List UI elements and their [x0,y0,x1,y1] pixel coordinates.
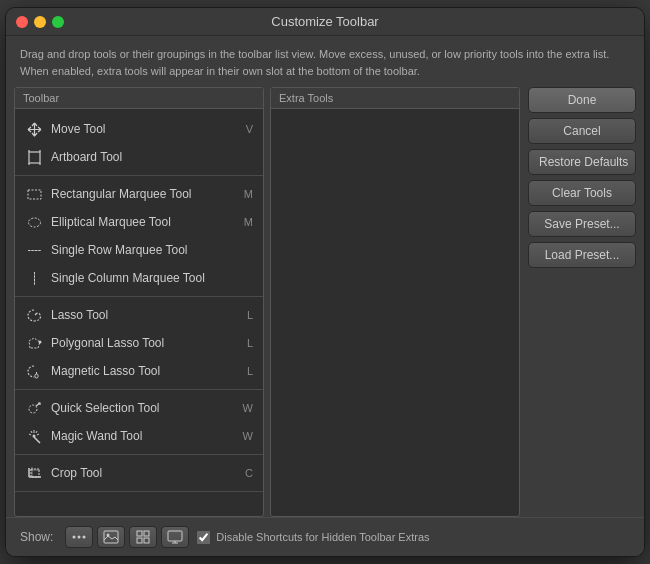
panels-area: Toolbar Move Tool V [14,87,520,517]
lasso-label: Lasso Tool [51,308,243,322]
tool-item-single-row[interactable]: Single Row Marquee Tool [15,236,263,264]
crop-label: Crop Tool [51,466,241,480]
clear-tools-button[interactable]: Clear Tools [528,180,636,206]
quick-sel-icon [25,399,43,417]
lasso-icon [25,306,43,324]
rect-marquee-shortcut: M [244,188,253,200]
svg-point-29 [83,536,86,539]
tool-group-lasso: Lasso Tool L Polygonal L [15,297,263,390]
move-tool-label: Move Tool [51,122,242,136]
tool-item-ellip-marquee[interactable]: Elliptical Marquee Tool M [15,208,263,236]
tool-item-move[interactable]: Move Tool V [15,115,263,143]
extra-tools-content[interactable] [271,109,519,516]
footer-checkbox-area: Disable Shortcuts for Hidden Toolbar Ext… [197,531,630,544]
disable-shortcuts-checkbox[interactable] [197,531,210,544]
tool-item-magic-wand[interactable]: Magic Wand Tool W [15,422,263,450]
footer-grid-icon[interactable] [129,526,157,548]
tool-item-crop[interactable]: Crop Tool C [15,459,263,487]
description-text: Drag and drop tools or their groupings i… [6,36,644,87]
save-preset-button[interactable]: Save Preset... [528,211,636,237]
svg-line-17 [36,431,37,433]
svg-point-21 [32,434,35,437]
svg-line-18 [31,431,32,433]
single-col-marquee-label: Single Column Marquee Tool [51,271,249,285]
svg-rect-30 [104,531,118,543]
svg-rect-8 [28,250,41,251]
close-button[interactable] [16,16,28,28]
svg-point-6 [28,218,40,227]
minimize-button[interactable] [34,16,46,28]
magnetic-lasso-icon [25,362,43,380]
single-col-marquee-icon [25,269,43,287]
load-preset-button[interactable]: Load Preset... [528,242,636,268]
toolbar-panel: Toolbar Move Tool V [14,87,264,517]
title-bar-controls [16,16,64,28]
tool-item-magnetic-lasso[interactable]: Magnetic Lasso Tool L [15,357,263,385]
move-tool-shortcut: V [246,123,253,135]
done-button[interactable]: Done [528,87,636,113]
svg-line-15 [34,437,40,443]
lasso-shortcut: L [247,309,253,321]
ellip-marquee-label: Elliptical Marquee Tool [51,215,240,229]
footer-monitor-icon[interactable] [161,526,189,548]
toolbar-panel-label: Toolbar [15,88,263,109]
title-bar: Customize Toolbar [6,8,644,36]
tool-item-lasso[interactable]: Lasso Tool L [15,301,263,329]
magic-wand-label: Magic Wand Tool [51,429,239,443]
svg-point-11 [38,340,41,343]
tool-item-rect-marquee[interactable]: Rectangular Marquee Tool M [15,180,263,208]
restore-defaults-button[interactable]: Restore Defaults [528,149,636,175]
magic-wand-icon [25,427,43,445]
tool-group-selection: Quick Selection Tool W [15,390,263,455]
svg-point-14 [29,405,37,413]
svg-line-20 [37,434,39,435]
maximize-button[interactable] [52,16,64,28]
svg-rect-33 [144,531,149,536]
magic-wand-shortcut: W [243,430,253,442]
window-title: Customize Toolbar [271,14,378,29]
svg-rect-36 [168,531,182,541]
magnetic-lasso-label: Magnetic Lasso Tool [51,364,243,378]
footer-dots-icon[interactable] [65,526,93,548]
extra-tools-label: Extra Tools [271,88,519,109]
crop-shortcut: C [245,467,253,479]
main-content: Toolbar Move Tool V [6,87,644,517]
footer-icons [65,526,189,548]
svg-rect-12 [35,374,38,378]
footer: Show: [6,517,644,556]
quick-sel-shortcut: W [243,402,253,414]
rect-marquee-label: Rectangular Marquee Tool [51,187,240,201]
svg-rect-0 [29,152,40,163]
single-row-marquee-label: Single Row Marquee Tool [51,243,249,257]
extra-tools-panel: Extra Tools [270,87,520,517]
disable-shortcuts-label: Disable Shortcuts for Hidden Toolbar Ext… [216,531,429,543]
window-body: Drag and drop tools or their groupings i… [6,36,644,556]
toolbar-panel-content[interactable]: Move Tool V [15,109,263,516]
rect-marquee-icon [25,185,43,203]
single-row-marquee-icon [25,241,43,259]
tool-item-polygonal-lasso[interactable]: Polygonal Lasso Tool L [15,329,263,357]
footer-image-icon[interactable] [97,526,125,548]
tool-group-crop: Crop Tool C [15,455,263,492]
ellip-marquee-icon [25,213,43,231]
svg-rect-35 [144,538,149,543]
ellip-marquee-shortcut: M [244,216,253,228]
svg-point-27 [73,536,76,539]
tool-item-artboard[interactable]: Artboard Tool [15,143,263,171]
artboard-tool-icon [25,148,43,166]
tool-item-single-col[interactable]: Single Column Marquee Tool [15,264,263,292]
svg-rect-10 [34,272,35,285]
cancel-button[interactable]: Cancel [528,118,636,144]
crop-icon [25,464,43,482]
customize-toolbar-window: Customize Toolbar Drag and drop tools or… [5,7,645,557]
move-tool-icon [25,120,43,138]
tool-item-quick-sel[interactable]: Quick Selection Tool W [15,394,263,422]
svg-rect-34 [137,538,142,543]
tool-group-move: Move Tool V [15,111,263,176]
polygonal-lasso-icon [25,334,43,352]
polygonal-lasso-shortcut: L [247,337,253,349]
magnetic-lasso-shortcut: L [247,365,253,377]
polygonal-lasso-label: Polygonal Lasso Tool [51,336,243,350]
show-label: Show: [20,530,53,544]
svg-point-28 [78,536,81,539]
